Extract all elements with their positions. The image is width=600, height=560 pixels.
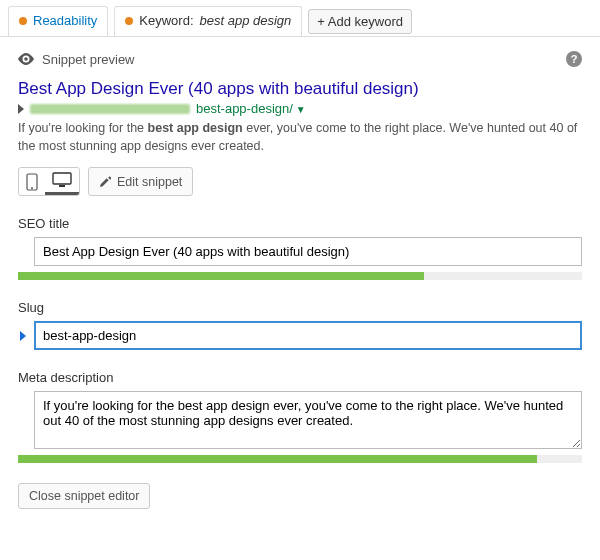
close-snippet-editor-button[interactable]: Close snippet editor xyxy=(18,483,150,509)
edit-snippet-label: Edit snippet xyxy=(117,175,182,189)
close-snippet-editor-label: Close snippet editor xyxy=(29,489,139,503)
pencil-icon xyxy=(99,176,111,188)
tab-readability[interactable]: Readability xyxy=(8,6,108,36)
edit-snippet-button[interactable]: Edit snippet xyxy=(88,167,193,196)
snippet-preview-label: Snippet preview xyxy=(42,52,135,67)
seo-title-input[interactable] xyxy=(34,237,582,266)
slug-block: Slug xyxy=(18,300,582,350)
serp-title: Best App Design Ever (40 apps with beaut… xyxy=(18,79,582,99)
tab-label-prefix: Keyword: xyxy=(139,13,193,28)
tab-keyword-value: best app design xyxy=(200,13,292,28)
svg-point-2 xyxy=(31,187,33,189)
status-dot-icon xyxy=(125,17,133,25)
eye-icon xyxy=(18,53,34,65)
active-field-caret-icon xyxy=(20,331,26,341)
tab-keyword[interactable]: Keyword: best app design xyxy=(114,6,302,36)
serp-url-slug: best-app-design/▼ xyxy=(196,101,306,116)
meta-description-progress xyxy=(18,455,582,463)
svg-rect-3 xyxy=(53,173,71,184)
serp-description: If you're looking for the best app desig… xyxy=(18,120,582,155)
add-keyword-label: + Add keyword xyxy=(317,14,403,29)
device-toggle xyxy=(18,167,80,196)
help-icon[interactable]: ? xyxy=(566,51,582,67)
chevron-down-icon[interactable]: ▼ xyxy=(296,104,306,115)
slug-input[interactable] xyxy=(34,321,582,350)
seo-title-progress xyxy=(18,272,582,280)
serp-url-row: best-app-design/▼ xyxy=(18,101,582,116)
status-dot-icon xyxy=(19,17,27,25)
device-mobile-button[interactable] xyxy=(19,168,45,195)
snippet-panel: Snippet preview ? Best App Design Ever (… xyxy=(0,36,600,527)
tabs-bar: Readability Keyword: best app design + A… xyxy=(0,0,600,36)
serp-preview: Best App Design Ever (40 apps with beaut… xyxy=(18,79,582,196)
tab-label: Readability xyxy=(33,13,97,28)
slug-label: Slug xyxy=(18,300,582,315)
serp-url-domain-redacted xyxy=(30,104,190,114)
seo-title-block: SEO title xyxy=(18,216,582,280)
svg-rect-4 xyxy=(59,185,65,187)
meta-description-label: Meta description xyxy=(18,370,582,385)
add-keyword-button[interactable]: + Add keyword xyxy=(308,9,412,34)
snippet-preview-header: Snippet preview ? xyxy=(18,51,582,67)
expand-caret-icon[interactable] xyxy=(18,104,24,114)
preview-toolbar: Edit snippet xyxy=(18,167,582,196)
meta-description-input[interactable] xyxy=(34,391,582,449)
seo-title-label: SEO title xyxy=(18,216,582,231)
svg-point-0 xyxy=(24,57,28,61)
meta-description-block: Meta description xyxy=(18,370,582,463)
device-desktop-button[interactable] xyxy=(45,168,79,195)
